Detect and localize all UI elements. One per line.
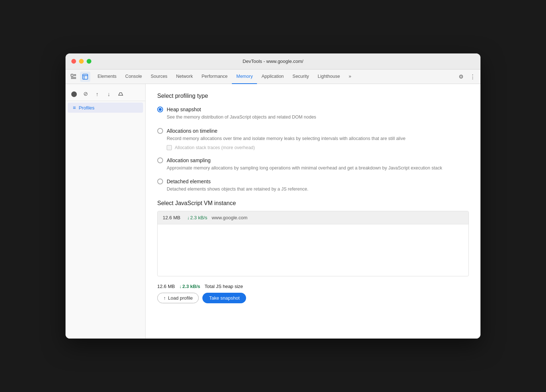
more-options-icon[interactable]: ⋮ <box>467 72 478 82</box>
allocation-stack-traces-label: Allocation stack traces (more overhead) <box>175 145 255 150</box>
option-header-detached: Detached elements <box>157 179 469 184</box>
footer-stats: 12.6 MB ↓2.3 kB/s Total JS heap size <box>157 282 469 289</box>
svg-rect-0 <box>71 74 73 76</box>
option-allocation-sampling: Allocation sampling Approximate memory a… <box>157 157 469 172</box>
footer-label: Total JS heap size <box>205 284 243 289</box>
sidebar-item-label: Profiles <box>79 105 94 111</box>
allocation-stack-traces-checkbox[interactable] <box>167 145 172 150</box>
sidebar-item-profiles[interactable]: ≡ Profiles <box>68 103 143 113</box>
tab-sources[interactable]: Sources <box>146 69 172 84</box>
footer-memory: 12.6 MB <box>157 284 175 289</box>
tab-network[interactable]: Network <box>172 69 197 84</box>
sidebar: ⬤ ⊘ ↑ ↓ ≡ Profiles <box>66 84 146 339</box>
minimize-button[interactable] <box>79 59 84 64</box>
window-title: DevTools - www.google.com/ <box>243 59 304 64</box>
close-button[interactable] <box>71 59 76 64</box>
inspector-icon[interactable] <box>68 72 79 82</box>
select-profiling-title: Select profiling type <box>157 93 469 99</box>
stop-icon[interactable]: ⊘ <box>81 89 90 99</box>
allocation-sampling-label: Allocation sampling <box>167 157 211 163</box>
upload-profile-icon: ↑ <box>163 295 166 301</box>
down-arrow-icon: ↓ <box>187 215 190 220</box>
record-icon[interactable]: ⬤ <box>69 89 79 99</box>
tabbar: Elements Console Sources Network Perform… <box>66 69 480 84</box>
option-allocations-timeline: Allocations on timeline Record memory al… <box>157 128 469 150</box>
download-icon[interactable]: ↓ <box>104 89 114 99</box>
footer-buttons: ↑ Load profile Take snapshot <box>157 293 469 303</box>
load-profile-button[interactable]: ↑ Load profile <box>157 293 199 303</box>
option-detached-elements: Detached elements Detached elements show… <box>157 179 469 193</box>
clear-icon[interactable] <box>116 89 125 99</box>
footer-down-arrow-icon: ↓ <box>179 284 182 289</box>
option-heap-snapshot: Heap snapshot See the memory distributio… <box>157 107 469 121</box>
option-header-sampling: Allocation sampling <box>157 157 469 163</box>
settings-icon[interactable]: ⚙ <box>456 72 466 82</box>
allocations-timeline-description: Record memory allocations over time and … <box>167 135 469 142</box>
radio-heap-snapshot[interactable] <box>157 107 163 112</box>
content-area: Select profiling type Heap snapshot See … <box>146 84 480 339</box>
profiles-icon: ≡ <box>73 105 76 111</box>
main-area: ⬤ ⊘ ↑ ↓ ≡ Profiles Select profiling type <box>66 84 480 339</box>
heap-snapshot-label: Heap snapshot <box>167 107 201 112</box>
take-snapshot-button[interactable]: Take snapshot <box>202 293 246 303</box>
footer-rate: ↓2.3 kB/s <box>179 284 200 289</box>
tab-lighthouse[interactable]: Lighthouse <box>313 69 344 84</box>
vm-memory: 12.6 MB <box>163 215 183 220</box>
radio-allocation-sampling[interactable] <box>157 157 163 163</box>
elements-mode-icon[interactable] <box>80 72 90 82</box>
tab-security[interactable]: Security <box>288 69 313 84</box>
maximize-button[interactable] <box>87 59 91 64</box>
tab-elements[interactable]: Elements <box>93 69 121 84</box>
vm-section-title: Select JavaScript VM instance <box>157 200 469 207</box>
traffic-lights <box>71 59 91 64</box>
tab-application[interactable]: Application <box>257 69 288 84</box>
devtools-mode-icons <box>68 72 90 82</box>
tab-console[interactable]: Console <box>121 69 146 84</box>
heap-snapshot-description: See the memory distribution of JavaScrip… <box>167 114 469 121</box>
upload-icon[interactable]: ↑ <box>92 89 102 99</box>
devtools-window: DevTools - www.google.com/ <box>66 53 480 339</box>
checkbox-row: Allocation stack traces (more overhead) <box>167 145 469 150</box>
detached-elements-description: Detached elements shows objects that are… <box>167 186 469 193</box>
tab-memory[interactable]: Memory <box>232 69 257 84</box>
option-header-heap: Heap snapshot <box>157 107 469 112</box>
vm-instance-item[interactable]: 12.6 MB ↓ 2.3 kB/s www.google.com <box>158 211 468 224</box>
tab-performance[interactable]: Performance <box>197 69 232 84</box>
tab-more[interactable]: » <box>344 69 356 84</box>
sidebar-toolbar: ⬤ ⊘ ↑ ↓ <box>66 87 145 101</box>
detached-elements-label: Detached elements <box>167 179 211 184</box>
option-header-allocations: Allocations on timeline <box>157 128 469 134</box>
svg-rect-5 <box>83 74 88 79</box>
vm-url: www.google.com <box>211 215 247 220</box>
titlebar: DevTools - www.google.com/ <box>66 53 480 69</box>
allocation-sampling-description: Approximate memory allocations by sampli… <box>167 165 469 172</box>
radio-detached-elements[interactable] <box>157 179 163 184</box>
allocations-timeline-label: Allocations on timeline <box>167 128 217 134</box>
radio-allocations-timeline[interactable] <box>157 128 163 134</box>
vm-rate: ↓ 2.3 kB/s <box>187 215 207 220</box>
vm-instance-list: 12.6 MB ↓ 2.3 kB/s www.google.com <box>157 211 469 276</box>
tabbar-right-actions: ⚙ ⋮ <box>456 72 478 82</box>
